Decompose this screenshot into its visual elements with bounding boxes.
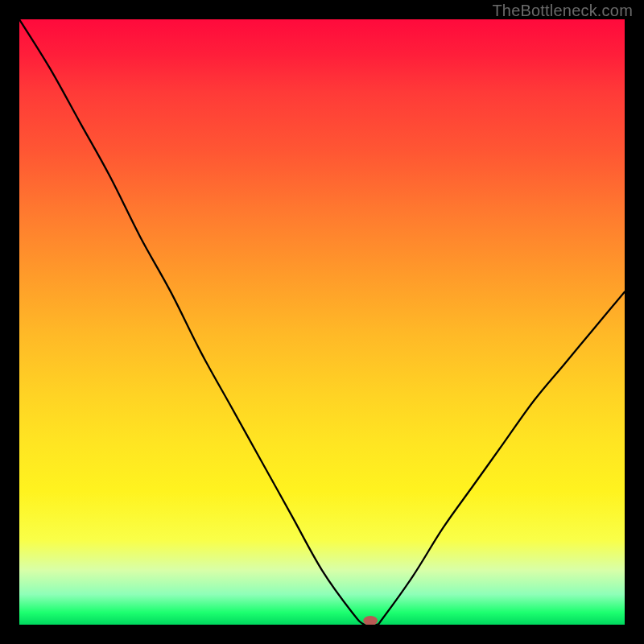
bottleneck-curve-plot <box>19 19 625 625</box>
attribution-label: TheBottleneck.com <box>492 2 633 20</box>
bottleneck-curve <box>19 19 625 625</box>
chart-frame: TheBottleneck.com <box>0 0 644 644</box>
plot-area <box>19 19 625 625</box>
optimal-point-marker <box>363 616 378 625</box>
